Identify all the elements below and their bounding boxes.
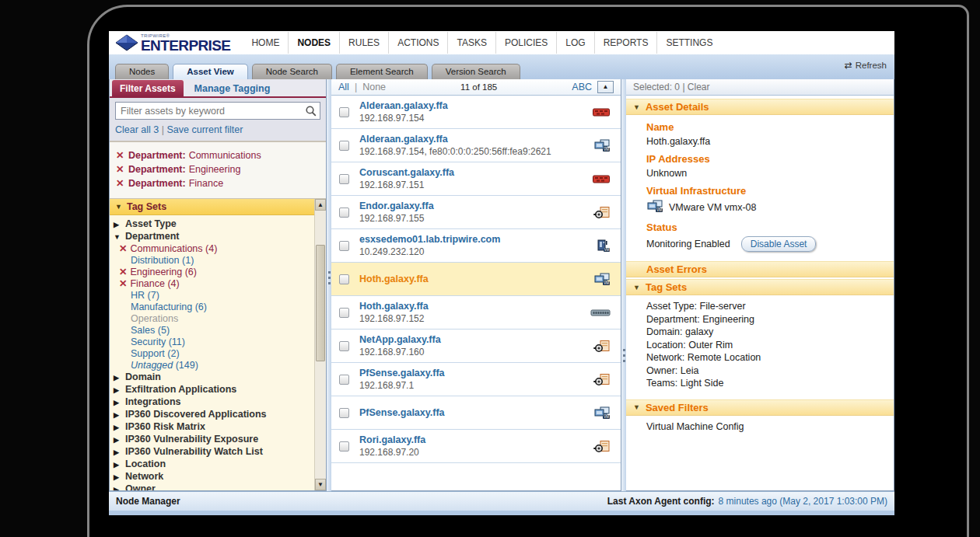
asset-row[interactable]: esxsedemo01.lab.tripwire.com10.249.232.1… — [331, 229, 621, 263]
row-checkbox[interactable] — [339, 441, 349, 452]
view-tab-asset-view[interactable]: Asset View — [173, 64, 248, 79]
scroll-up-icon[interactable]: ▲ — [315, 199, 326, 211]
nav-item-home[interactable]: HOME — [243, 32, 289, 54]
asset-row[interactable]: PfSense.galaxy.ffa192.168.97.1 — [331, 363, 621, 396]
tab-filter-assets[interactable]: Filter Assets — [112, 80, 184, 96]
disable-asset-button[interactable]: Disable Asset — [741, 236, 817, 252]
view-tab-version-search[interactable]: Version Search — [432, 64, 520, 79]
remove-tag-filter-icon[interactable]: ✕ — [119, 278, 127, 289]
nav-item-tasks[interactable]: TASKS — [448, 32, 495, 54]
nav-item-rules[interactable]: RULES — [340, 32, 389, 54]
tree-group-ip360-vulnerability-watch-list[interactable]: ▶IP360 Vulnerability Watch List — [114, 446, 312, 459]
splitter-grip[interactable] — [623, 349, 625, 365]
select-all-link[interactable]: All — [338, 82, 349, 92]
tag-tree-header[interactable]: ▼ Tag Sets — [110, 199, 326, 215]
section-asset-errors[interactable]: Asset Errors — [626, 261, 894, 277]
splitter-left[interactable] — [327, 79, 331, 491]
section-saved-filters[interactable]: ▼ Saved Filters — [626, 399, 894, 416]
tree-group-ip360-discovered-applications[interactable]: ▶IP360 Discovered Applications — [114, 409, 312, 421]
saved-filter-item[interactable]: Virtual Machine Config — [646, 420, 886, 434]
splitter-right[interactable] — [621, 79, 626, 491]
nav-item-reports[interactable]: REPORTS — [595, 32, 658, 54]
asset-row[interactable]: Rori.galaxy.ffa192.168.97.20 — [331, 430, 621, 463]
tree-group-exfiltration-applications[interactable]: ▶Exfiltration Applications — [114, 384, 312, 396]
select-none-link[interactable]: None — [362, 82, 386, 92]
asset-name[interactable]: NetApp.galaxy.ffa — [359, 334, 587, 345]
row-checkbox[interactable] — [339, 141, 349, 151]
tree-tag-support[interactable]: Support (2) — [131, 348, 312, 360]
tree-group-asset-type[interactable]: ▶Asset Type — [114, 218, 312, 231]
tree-tag-hr[interactable]: HR (7) — [131, 290, 312, 302]
tree-scrollbar[interactable]: ▲ ▼ — [314, 199, 326, 490]
view-tab-node-search[interactable]: Node Search — [252, 64, 332, 79]
asset-row[interactable]: Hoth.galaxy.ffa192.168.97.152 — [331, 296, 621, 330]
asset-row[interactable]: Alderaan.galaxy.ffa192.168.97.154 — [331, 96, 621, 129]
asset-row[interactable]: Alderaan.galaxy.ffa192.168.97.154, fe80:… — [331, 129, 621, 162]
scrollbar-thumb[interactable] — [316, 245, 325, 361]
nav-item-settings[interactable]: SETTINGS — [657, 32, 721, 54]
row-checkbox[interactable] — [339, 241, 349, 251]
splitter-grip[interactable] — [328, 271, 331, 288]
asset-name[interactable]: PfSense.galaxy.ffa — [359, 407, 587, 418]
remove-filter-icon[interactable]: ✕ — [116, 176, 128, 190]
section-tag-sets[interactable]: ▼ Tag Sets — [626, 279, 894, 295]
save-filter-link[interactable]: Save current filter — [167, 124, 243, 135]
row-checkbox[interactable] — [339, 174, 349, 184]
remove-tag-filter-icon[interactable]: ✕ — [119, 267, 127, 277]
filter-search-input[interactable] — [115, 102, 320, 120]
asset-name[interactable]: Rori.galaxy.ffa — [359, 434, 587, 445]
remove-filter-icon[interactable]: ✕ — [116, 148, 128, 162]
tree-group-ip360-risk-matrix[interactable]: ▶IP360 Risk Matrix — [114, 421, 312, 434]
tree-group-integrations[interactable]: ▶Integrations — [114, 396, 312, 409]
remove-filter-icon[interactable]: ✕ — [116, 162, 128, 176]
remove-tag-filter-icon[interactable]: ✕ — [119, 243, 127, 254]
tree-group-department[interactable]: ▼Department — [114, 231, 312, 243]
tree-tag-security[interactable]: Security (11) — [131, 336, 312, 348]
search-icon[interactable] — [305, 105, 317, 119]
tree-group-network[interactable]: ▶Network — [114, 471, 312, 483]
row-checkbox[interactable] — [339, 408, 349, 418]
tree-tag-finance[interactable]: ✕Finance (4) — [119, 278, 312, 290]
tree-tag-communications[interactable]: ✕Communications (4) — [119, 243, 312, 255]
asset-name[interactable]: Hoth.galaxy.ffa — [359, 274, 587, 284]
nav-item-actions[interactable]: ACTIONS — [389, 32, 448, 54]
asset-name[interactable]: PfSense.galaxy.ffa — [359, 368, 587, 378]
row-checkbox[interactable] — [339, 207, 349, 218]
refresh-button[interactable]: ⇄ Refresh — [845, 60, 887, 71]
sort-asc-button[interactable]: ▲ — [597, 81, 614, 93]
asset-name[interactable]: Alderaan.galaxy.ffa — [359, 134, 587, 145]
row-checkbox[interactable] — [339, 274, 349, 284]
tab-manage-tagging[interactable]: Manage Tagging — [184, 80, 282, 96]
view-tab-element-search[interactable]: Element Search — [336, 64, 428, 79]
tree-tag-distribution[interactable]: Distribution (1) — [131, 255, 312, 267]
tree-tag-manufacturing[interactable]: Manufacturing (6) — [131, 302, 312, 313]
clear-all-link[interactable]: Clear all 3 — [115, 124, 159, 135]
tree-tag-untagged[interactable]: Untagged (149) — [131, 360, 312, 371]
row-checkbox[interactable] — [339, 107, 349, 117]
tree-group-domain[interactable]: ▶Domain — [114, 371, 312, 384]
nav-item-nodes[interactable]: NODES — [289, 32, 340, 54]
sort-alpha-link[interactable]: ABC — [572, 82, 592, 92]
asset-row[interactable]: Endor.galaxy.ffa192.168.97.155 — [331, 196, 621, 229]
row-checkbox[interactable] — [339, 341, 349, 351]
nav-item-log[interactable]: LOG — [557, 32, 594, 54]
asset-name[interactable]: Alderaan.galaxy.ffa — [359, 100, 586, 111]
asset-name[interactable]: esxsedemo01.lab.tripwire.com — [359, 234, 589, 245]
row-checkbox[interactable] — [339, 375, 349, 385]
tree-tag-engineering[interactable]: ✕Engineering (6) — [119, 267, 312, 278]
tree-group-ip360-vulnerability-exposure[interactable]: ▶IP360 Vulnerability Exposure — [114, 434, 312, 446]
nav-item-policies[interactable]: POLICIES — [496, 32, 557, 54]
row-checkbox[interactable] — [339, 308, 349, 318]
scroll-down-icon[interactable]: ▼ — [315, 479, 326, 490]
view-tab-nodes[interactable]: Nodes — [115, 64, 169, 79]
section-asset-details[interactable]: ▼ Asset Details — [626, 99, 894, 115]
asset-row[interactable]: Hoth.galaxy.ffaVM — [331, 263, 621, 296]
asset-row[interactable]: NetApp.galaxy.ffa192.168.97.160 — [331, 330, 621, 363]
asset-name[interactable]: Endor.galaxy.ffa — [359, 201, 587, 211]
asset-name[interactable]: Coruscant.galaxy.ffa — [359, 167, 586, 178]
tree-group-location[interactable]: ▶Location — [114, 459, 312, 471]
tree-tag-sales[interactable]: Sales (5) — [131, 325, 312, 336]
asset-row[interactable]: Coruscant.galaxy.ffa192.168.97.151 — [331, 162, 621, 196]
tree-group-owner[interactable]: ▶Owner — [114, 483, 312, 490]
asset-name[interactable]: Hoth.galaxy.ffa — [359, 301, 584, 312]
